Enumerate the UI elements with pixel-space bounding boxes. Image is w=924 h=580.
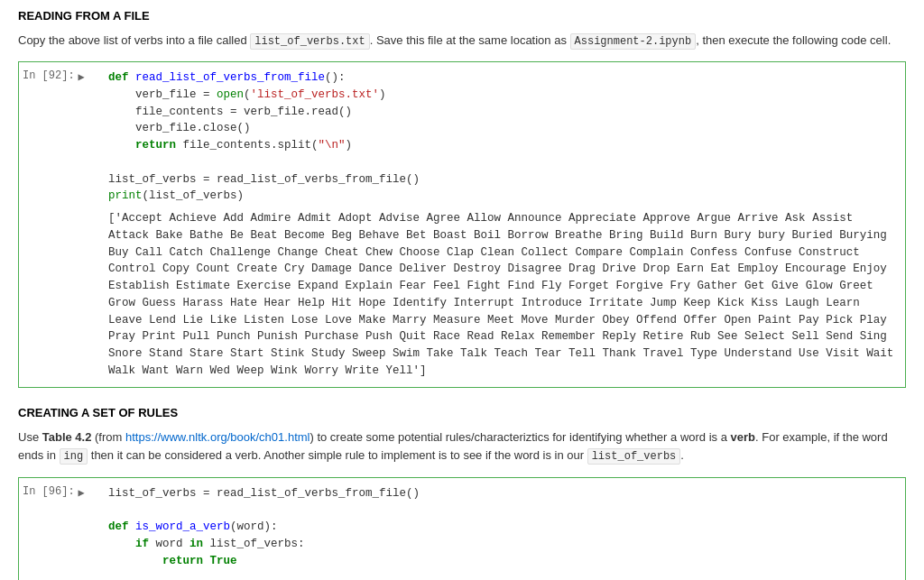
prose-reading: Copy the above list of verbs into a file…	[18, 32, 906, 51]
code-list: list_of_verbs	[587, 448, 681, 465]
prose-to-create: ) to create some potential rules/charact…	[310, 430, 730, 444]
prose-then: then it can be considered a verb. Anothe…	[88, 448, 587, 462]
nltk-link[interactable]: https://www.nltk.org/book/ch01.html	[125, 430, 310, 444]
heading-reading: READING FROM A FILE	[18, 9, 906, 23]
cell-label-1: In [92]:	[23, 69, 75, 82]
prose-text-1: Copy the above list of verbs into a file…	[18, 33, 250, 47]
heading-rules: CREATING A SET OF RULES	[18, 406, 906, 419]
filename2-code: Assignment-2.ipynb	[570, 33, 697, 50]
jupyter-cell-2: In [96]: ▶ list_of_verbs = read_list_of_…	[18, 477, 906, 580]
run-button-2[interactable]: ▶	[79, 486, 85, 500]
prose-text-3: , then execute the following code cell.	[696, 33, 891, 47]
run-button-1[interactable]: ▶	[79, 70, 85, 84]
content-area: READING FROM A FILE Copy the above list …	[0, 0, 924, 580]
prose-text-2: . Save this file at the same location as	[370, 33, 570, 47]
bold-verb: verb	[731, 430, 755, 444]
prose-from: (from	[91, 430, 125, 444]
cell-label-area-1: In [92]: ▶	[19, 62, 105, 387]
prose-period: .	[680, 448, 684, 462]
jupyter-cell-1: In [92]: ▶ def read_list_of_verbs_from_f…	[18, 61, 906, 388]
code-ing: ing	[60, 448, 88, 465]
section-reading: READING FROM A FILE Copy the above list …	[18, 9, 906, 388]
cell-content-2: list_of_verbs = read_list_of_verbs_from_…	[105, 478, 905, 580]
cell-content-1: def read_list_of_verbs_from_file(): verb…	[105, 62, 905, 387]
section-rules: CREATING A SET OF RULES Use Table 4.2 (f…	[18, 406, 906, 580]
cell-output-1: ['Accept Achieve Add Admire Admit Adopt …	[108, 210, 898, 380]
code-block-2: list_of_verbs = read_list_of_verbs_from_…	[108, 485, 898, 580]
code-block-1: def read_list_of_verbs_from_file(): verb…	[108, 69, 898, 205]
filename1-code: list_of_verbs.txt	[250, 33, 369, 50]
prose-rules: Use Table 4.2 (from https://www.nltk.org…	[18, 428, 906, 466]
prose-use: Use	[18, 430, 42, 444]
table-ref: Table 4.2	[42, 430, 92, 444]
cell-label-area-2: In [96]: ▶	[19, 478, 105, 580]
cell-label-2: In [96]:	[23, 485, 75, 498]
